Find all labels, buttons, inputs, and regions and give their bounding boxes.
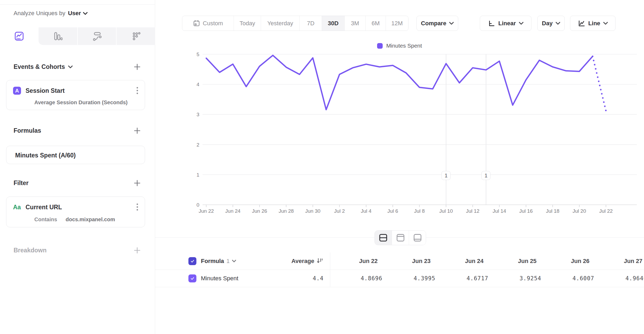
range-30d[interactable]: 30D	[322, 16, 344, 31]
filter-title: Filter	[14, 179, 28, 187]
average-sort-header[interactable]: Average	[291, 257, 330, 265]
y-axis-tick-label: 2	[196, 142, 199, 148]
mixpanel-insights-report: Analyze Uniques by User	[0, 0, 644, 334]
report-type-tabs	[0, 27, 155, 45]
x-axis-tick-label: Jul 8	[414, 208, 425, 214]
table-cell-value: 4.9640	[595, 275, 644, 282]
plus-icon	[134, 127, 141, 134]
chevron-down-icon	[556, 22, 560, 25]
event-name: Session Start	[26, 87, 65, 94]
plus-icon	[134, 179, 141, 187]
chart-type-dropdown[interactable]: Line	[570, 16, 616, 31]
x-axis-tick-label: Jun 24	[225, 208, 241, 214]
range-6m[interactable]: 6M	[365, 16, 386, 31]
event-card-session-start[interactable]: A Session Start Average Session Duration…	[6, 80, 145, 110]
range-yesterday[interactable]: Yesterday	[261, 16, 299, 31]
add-filter-button[interactable]	[133, 178, 142, 187]
query-builder-sidebar: Analyze Uniques by User	[0, 0, 155, 334]
chevron-down-icon	[449, 22, 454, 25]
date-range-control: CustomTodayYesterday7D30D3M6M12M	[182, 16, 408, 31]
x-axis-tick-label: Jul 16	[519, 208, 533, 214]
x-axis-tick-label: Jul 2	[334, 208, 345, 214]
scale-dropdown[interactable]: Linear	[480, 16, 531, 31]
interval-dropdown[interactable]: Day	[537, 16, 565, 31]
table-date-header[interactable]: Jun 26	[542, 258, 595, 265]
x-axis-tick-label: Jun 22	[199, 208, 214, 214]
annotation-count-badge[interactable]: 1	[481, 171, 490, 180]
filter-card-current-url[interactable]: Aa Current URL Contains docs.mixpanel.co…	[6, 197, 145, 227]
x-axis-tick-label: Jun 26	[252, 208, 267, 214]
range-label: Yesterday	[267, 20, 293, 27]
chevron-down-icon	[232, 260, 236, 262]
plus-icon	[134, 247, 141, 254]
table-date-header[interactable]: Jun 23	[383, 258, 436, 265]
compare-label: Compare	[421, 20, 446, 27]
event-options-kebab-icon[interactable]	[135, 86, 139, 96]
check-icon	[190, 276, 195, 281]
filter-condition-row: Contains docs.mixpanel.com	[34, 216, 139, 223]
range-12m[interactable]: 12M	[386, 16, 408, 31]
chevron-down-icon[interactable]	[68, 65, 73, 68]
range-today[interactable]: Today	[234, 16, 261, 31]
row-checkbox[interactable]	[188, 274, 196, 282]
chart-type-label: Line	[588, 20, 600, 27]
chart-only-icon	[396, 233, 405, 242]
tab-insights[interactable]	[0, 27, 39, 45]
series-line-incomplete-dotted	[593, 56, 606, 111]
event-aggregation[interactable]: Average Session Duration (Seconds)	[34, 99, 139, 106]
insights-line-chart-icon	[14, 31, 24, 41]
range-7d[interactable]: 7D	[299, 16, 322, 31]
check-icon	[190, 259, 195, 264]
range-label: 3M	[351, 20, 359, 27]
sidebar-top-divider	[0, 4, 155, 5]
filter-options-kebab-icon[interactable]	[135, 202, 139, 212]
tab-flows[interactable]	[77, 27, 116, 45]
table-row-minutes-spent: Minutes Spent 4.4 4.86964.39954.67173.92…	[155, 270, 644, 287]
layout-chart-only-button[interactable]	[392, 231, 409, 245]
formula-card[interactable]: Minutes Spent (A/60)	[6, 146, 145, 164]
filter-property-name: Current URL	[26, 204, 62, 211]
formula-expression: Minutes Spent (A/60)	[15, 152, 76, 159]
analyze-uniques-row: Analyze Uniques by User	[14, 7, 147, 19]
table-date-header[interactable]: Jun 25	[489, 258, 542, 265]
formula-column-dropdown[interactable]: Formula 1	[201, 258, 236, 265]
text-property-icon: Aa	[13, 204, 23, 211]
layout-split-view-button[interactable]	[375, 231, 392, 245]
add-breakdown-button[interactable]	[133, 246, 142, 255]
event-series-badge: A	[13, 87, 21, 95]
x-axis-tick-label: Jun 30	[305, 208, 320, 214]
y-axis-tick-label: 5	[196, 52, 199, 57]
y-axis-tick-label: 3	[196, 112, 199, 117]
analyze-by-dropdown[interactable]: User	[68, 10, 88, 17]
filter-value[interactable]: docs.mixpanel.com	[66, 216, 115, 223]
table-cell-value: 4.6007	[542, 275, 595, 282]
tab-funnels[interactable]	[39, 27, 77, 45]
plus-icon	[134, 63, 141, 70]
range-label: Custom	[203, 20, 223, 27]
select-all-checkbox[interactable]	[188, 257, 196, 265]
chevron-down-icon	[603, 22, 608, 25]
range-custom[interactable]: Custom	[182, 16, 234, 31]
table-cell-value: 4.8696	[330, 275, 383, 282]
table-date-header[interactable]: Jun 22	[330, 258, 383, 265]
annotation-count-badge[interactable]: 1	[441, 171, 451, 180]
add-event-button[interactable]	[133, 62, 142, 71]
filter-operator[interactable]: Contains	[34, 216, 57, 223]
compare-button[interactable]: Compare	[416, 16, 458, 31]
range-label: 30D	[328, 20, 338, 27]
events-cohorts-title: Events & Cohorts	[14, 63, 65, 70]
tab-retention[interactable]	[116, 27, 155, 45]
analyze-by-value: User	[68, 10, 81, 17]
formula-index: 1	[226, 258, 230, 265]
add-formula-button[interactable]	[133, 126, 142, 135]
split-view-icon	[378, 233, 388, 242]
formula-label: Formula	[201, 258, 224, 265]
range-3m[interactable]: 3M	[344, 16, 365, 31]
table-date-header[interactable]: Jun 24	[436, 258, 489, 265]
table-only-icon	[413, 233, 422, 242]
table-date-header[interactable]: Jun 27	[595, 258, 644, 265]
formulas-section-header: Formulas	[14, 124, 142, 137]
results-table: Formula 1 Average Jun 22Jun 23Jun 24Jun …	[155, 252, 644, 287]
linear-scale-icon	[488, 20, 495, 27]
layout-table-only-button[interactable]	[409, 231, 426, 245]
